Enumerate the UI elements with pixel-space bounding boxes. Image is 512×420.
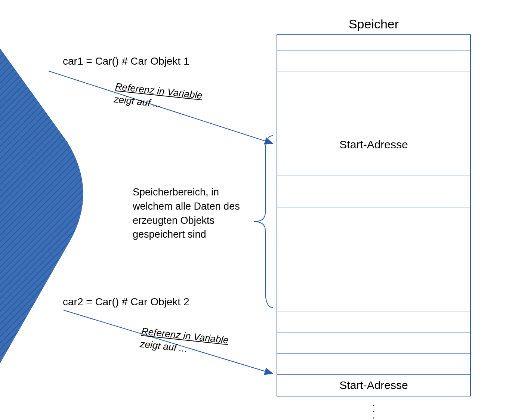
memory-row [277,155,470,176]
curly-brace [250,134,280,313]
code-line-1: car1 = Car() # Car Objekt 1 [63,55,189,67]
memory-row [277,113,470,134]
memory-heading: Speicher [277,17,471,31]
memory-row [277,71,470,92]
arrow-label-2: Referenz in Variable zeigt auf ... [139,325,229,359]
memory-row [277,291,470,312]
memory-table: Start-Adresse Start-Adresse [277,34,471,396]
memory-row [277,207,470,228]
memory-region-description: Speicherbereich, in welchem alle Daten d… [133,185,245,242]
memory-row [277,50,470,71]
continuation-dots: ... [368,400,379,419]
diagram-canvas: Speicher Start-Adresse Start-Adresse ...… [0,0,512,420]
memory-row [277,249,470,270]
memory-row [277,92,470,113]
memory-row-start-address: Start-Adresse [277,134,470,155]
memory-row-start-address: Start-Adresse [277,375,470,396]
memory-row [277,176,470,207]
memory-row [277,354,470,375]
memory-row [277,35,470,50]
memory-row [277,333,470,354]
arrow-label-1: Referenz in Variable zeigt auf ... [113,80,203,115]
memory-row [277,228,470,249]
code-line-2: car2 = Car() # Car Objekt 2 [63,296,189,308]
memory-row [277,312,470,333]
memory-row [277,270,470,291]
